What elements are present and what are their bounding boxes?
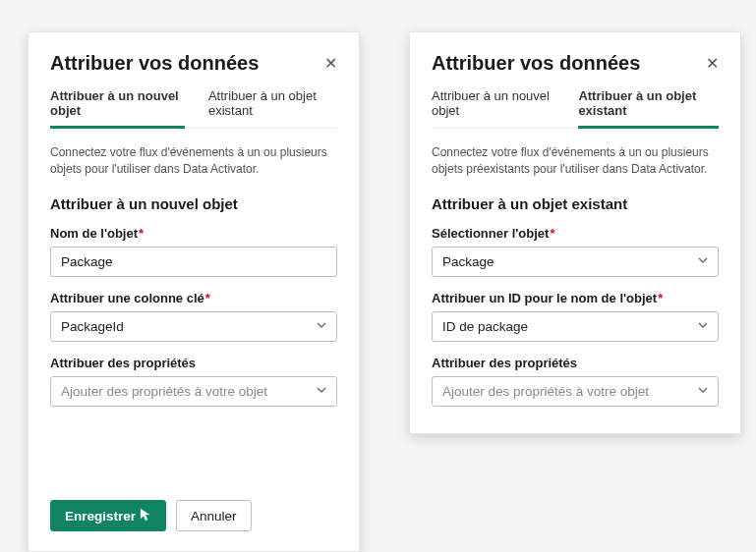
field-object-id: Attribuer un ID pour le nom de l'objet* … <box>432 291 719 342</box>
field-key-column: Attribuer une colonne clé* PackageId <box>50 291 337 342</box>
panel-title: Attribuer vos données <box>50 52 259 75</box>
required-marker: * <box>550 226 554 241</box>
assign-data-panel-new: Attribuer vos données ✕ Attribuer à un n… <box>28 31 360 552</box>
panel-header: Attribuer vos données ✕ <box>432 52 719 88</box>
label-properties: Attribuer des propriétés <box>432 356 719 370</box>
select-key-column-value: PackageId <box>50 311 337 342</box>
select-properties[interactable]: Ajouter des propriétés à votre objet <box>432 376 719 407</box>
select-object-value: Package <box>432 247 719 277</box>
select-properties-placeholder: Ajouter des propriétés à votre objet <box>50 376 337 407</box>
cancel-button[interactable]: Annuler <box>176 500 252 531</box>
close-icon: ✕ <box>706 55 719 72</box>
select-object-id[interactable]: ID de package <box>432 311 719 342</box>
tab-bar: Attribuer à un nouvel objet Attribuer à … <box>50 88 337 129</box>
close-icon: ✕ <box>324 55 337 72</box>
section-title: Attribuer à un nouvel objet <box>50 195 337 212</box>
tab-existing-object[interactable]: Attribuer à un objet existant <box>208 88 337 129</box>
field-properties: Attribuer des propriétés Ajouter des pro… <box>50 356 337 407</box>
close-button[interactable]: ✕ <box>324 56 337 72</box>
panel-description: Connectez votre flux d'événements à un o… <box>50 144 337 178</box>
section-title: Attribuer à un objet existant <box>432 195 719 212</box>
assign-data-panel-existing: Attribuer vos données ✕ Attribuer à un n… <box>409 31 741 434</box>
cursor-icon <box>140 508 151 524</box>
required-marker: * <box>205 291 210 305</box>
panel-title: Attribuer vos données <box>432 52 640 75</box>
label-properties: Attribuer des propriétés <box>50 356 337 370</box>
tab-existing-object[interactable]: Attribuer à un objet existant <box>578 88 719 129</box>
field-object-name: Nom de l'objet* <box>50 226 337 277</box>
select-properties-placeholder: Ajouter des propriétés à votre objet <box>432 376 719 407</box>
tab-new-object[interactable]: Attribuer à un nouvel objet <box>50 88 185 129</box>
label-select-object: Sélectionner l'objet* <box>432 226 719 241</box>
select-properties[interactable]: Ajouter des propriétés à votre objet <box>50 376 337 407</box>
input-object-name[interactable] <box>50 247 337 277</box>
panel-description: Connectez votre flux d'événements à un o… <box>432 144 719 178</box>
tab-new-object[interactable]: Attribuer à un nouvel objet <box>432 88 554 129</box>
field-properties: Attribuer des propriétés Ajouter des pro… <box>432 356 719 407</box>
label-object-name: Nom de l'objet* <box>50 226 337 241</box>
panel-footer: Enregistrer Annuler <box>50 500 252 531</box>
label-object-id: Attribuer un ID pour le nom de l'objet* <box>432 291 719 305</box>
select-key-column[interactable]: PackageId <box>50 311 337 342</box>
required-marker: * <box>658 291 663 305</box>
tab-bar: Attribuer à un nouvel objet Attribuer à … <box>432 88 719 129</box>
panel-header: Attribuer vos données ✕ <box>50 52 337 88</box>
label-key-column: Attribuer une colonne clé* <box>50 291 337 305</box>
required-marker: * <box>139 226 144 241</box>
close-button[interactable]: ✕ <box>706 56 719 72</box>
field-select-object: Sélectionner l'objet* Package <box>432 226 719 277</box>
select-object-id-value: ID de package <box>432 311 719 342</box>
save-button[interactable]: Enregistrer <box>50 500 166 531</box>
select-object[interactable]: Package <box>432 247 719 277</box>
